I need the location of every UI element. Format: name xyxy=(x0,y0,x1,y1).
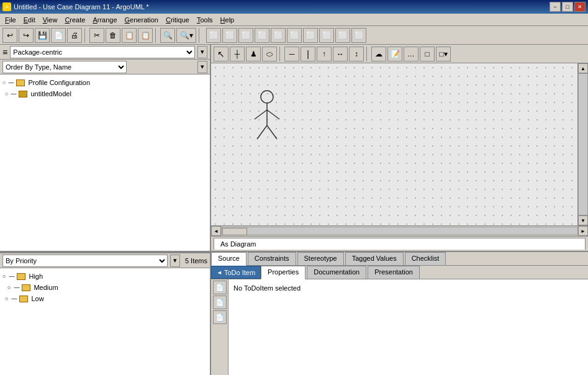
minimize-button[interactable]: − xyxy=(550,2,561,12)
draw-arrow-vert[interactable]: ↕ xyxy=(349,47,364,61)
draw-sep2 xyxy=(366,47,369,61)
toolbar-r1[interactable]: ⬜ xyxy=(206,28,221,43)
priority-dropdown[interactable]: By Priority xyxy=(2,255,168,267)
toolbar-paste[interactable]: 📋 xyxy=(138,28,153,43)
todo-panel-header: By Priority ▾ 5 Items xyxy=(0,253,210,268)
dash-low: — xyxy=(11,296,17,302)
order-dropdown-arrow[interactable]: ▾ xyxy=(197,61,207,73)
todo-tree: ○ — High ○ — Medium ○ — Low xyxy=(0,268,210,375)
draw-add-point[interactable]: ┼ xyxy=(230,47,245,61)
scroll-down-btn[interactable]: ▼ xyxy=(578,215,588,225)
expand-high[interactable]: ○ xyxy=(2,273,6,279)
folder-icon-model xyxy=(19,91,27,97)
priority-dropdown-arrow[interactable]: ▾ xyxy=(170,255,180,267)
tab-documentation[interactable]: Documentation xyxy=(307,266,366,279)
toolbar-r4[interactable]: ⬜ xyxy=(255,28,269,43)
menu-edit[interactable]: Edit xyxy=(20,15,39,25)
svg-line-5 xyxy=(267,125,277,139)
toolbar-r3[interactable]: ⬜ xyxy=(238,28,253,43)
expand-medium[interactable]: ○ xyxy=(7,284,11,291)
draw-arrow-up[interactable]: ↑ xyxy=(317,47,332,61)
canvas-draw[interactable] xyxy=(211,63,577,225)
tab-presentation[interactable]: Presentation xyxy=(368,266,420,279)
tab-todo-item[interactable]: ◄ ToDo Item xyxy=(211,266,261,279)
dash-high: — xyxy=(9,273,14,279)
folder-high xyxy=(17,273,25,280)
vertical-scrollbar[interactable]: ▲ ▼ xyxy=(577,63,588,225)
tab-tagged-values[interactable]: Tagged Values xyxy=(345,252,404,265)
sep1 xyxy=(84,28,87,43)
tree-item-model[interactable]: ○ — untitledModel xyxy=(2,88,207,99)
toolbar-save[interactable]: 💾 xyxy=(35,28,50,43)
h-scroll-thumb[interactable] xyxy=(222,228,247,235)
as-diagram-tab[interactable]: As Diagram xyxy=(214,238,586,250)
toolbar-r8[interactable]: ⬜ xyxy=(319,28,334,43)
toolbar-print-preview[interactable]: 📄 xyxy=(51,28,66,43)
v-scroll-track[interactable] xyxy=(578,73,588,215)
toolbar-r7[interactable]: ⬜ xyxy=(303,28,318,43)
todo-item-low[interactable]: ○ — Low xyxy=(2,293,207,304)
draw-actor[interactable]: ♟ xyxy=(246,47,261,61)
tab-stereotype[interactable]: Stereotype xyxy=(297,252,344,265)
scroll-left-btn[interactable]: ◄ xyxy=(211,226,221,236)
toolbar-open[interactable]: ↪ xyxy=(19,28,34,43)
expand-model[interactable]: ○ xyxy=(5,91,8,97)
draw-select[interactable]: ↖ xyxy=(214,47,228,61)
maximize-button[interactable]: □ xyxy=(562,2,573,12)
package-dropdown-arrow[interactable]: ▾ xyxy=(197,46,207,58)
tab-properties[interactable]: Properties xyxy=(261,266,305,279)
dash2-icon: — xyxy=(11,91,16,97)
toolbar-r6[interactable]: ⬜ xyxy=(287,28,302,43)
menu-create[interactable]: Create xyxy=(61,15,89,25)
menu-arrange[interactable]: Arrange xyxy=(89,15,120,25)
tree-item-profile[interactable]: ○ — Profile Configuration xyxy=(2,77,207,88)
draw-rect[interactable]: □ xyxy=(420,47,435,61)
todo-item-high[interactable]: ○ — High xyxy=(2,271,207,282)
menu-generation[interactable]: Generation xyxy=(121,15,162,25)
menu-tools[interactable]: Tools xyxy=(193,15,217,25)
toolbar-r10[interactable]: ⬜ xyxy=(351,28,366,43)
tab-bar-2: ◄ ToDo Item Properties Documentation Pre… xyxy=(211,266,588,279)
toolbar-copy[interactable]: 📋 xyxy=(122,28,137,43)
toolbar-new[interactable]: ↩ xyxy=(2,28,17,43)
toolbar-search[interactable]: 🔍 xyxy=(160,28,175,43)
toolbar-delete[interactable]: 🗑 xyxy=(106,28,120,43)
menu-view[interactable]: View xyxy=(39,15,61,25)
draw-ellipse[interactable]: ⬭ xyxy=(262,47,277,61)
toolbar-zoom[interactable]: 🔍▾ xyxy=(176,28,196,43)
tab-source[interactable]: Source xyxy=(211,252,247,266)
sidebar-btn-3[interactable]: 📄 xyxy=(213,310,227,324)
draw-hline[interactable]: ─ xyxy=(284,47,299,61)
canvas-inner: ▲ ▼ xyxy=(211,63,588,225)
scroll-right-btn[interactable]: ► xyxy=(578,226,588,236)
sidebar-btn-1[interactable]: 📄 xyxy=(213,281,227,294)
draw-note[interactable]: 📝 xyxy=(387,47,402,61)
scroll-up-btn[interactable]: ▲ xyxy=(578,63,588,73)
todo-item-medium[interactable]: ○ — Medium xyxy=(2,282,207,293)
toolbar-cut[interactable]: ✂ xyxy=(89,28,104,43)
high-label: High xyxy=(29,273,43,280)
package-dropdown[interactable]: Package-centric xyxy=(10,46,195,58)
draw-vline[interactable]: | xyxy=(301,47,315,61)
draw-rect-arrow[interactable]: □▾ xyxy=(436,47,451,61)
tab-constraints[interactable]: Constraints xyxy=(248,252,296,265)
menu-file[interactable]: File xyxy=(1,15,20,25)
expand-profile[interactable]: ○ xyxy=(2,79,6,86)
draw-arrow-horiz[interactable]: ↔ xyxy=(333,47,348,61)
toolbar-print[interactable]: 🖨 xyxy=(67,28,82,43)
toolbar-r9[interactable]: ⬜ xyxy=(335,28,350,43)
draw-dots[interactable]: … xyxy=(404,47,418,61)
draw-cloud[interactable]: ☁ xyxy=(371,47,386,61)
sidebar-btn-2[interactable]: 📄 xyxy=(213,296,227,309)
toolbar-r2[interactable]: ⬜ xyxy=(222,28,237,43)
close-button[interactable]: ✕ xyxy=(574,2,586,12)
h-scroll-track[interactable] xyxy=(221,227,578,235)
horizontal-scrollbar[interactable]: ◄ ► xyxy=(211,225,588,236)
toolbar-r5[interactable]: ⬜ xyxy=(271,28,286,43)
expand-low[interactable]: ○ xyxy=(5,296,8,302)
tab-checklist[interactable]: Checklist xyxy=(405,252,446,265)
list-icon: ≡ xyxy=(2,47,7,57)
menu-critique[interactable]: Critique xyxy=(162,15,193,25)
order-dropdown[interactable]: Order By Type, Name xyxy=(2,61,127,73)
menu-help[interactable]: Help xyxy=(217,15,238,25)
